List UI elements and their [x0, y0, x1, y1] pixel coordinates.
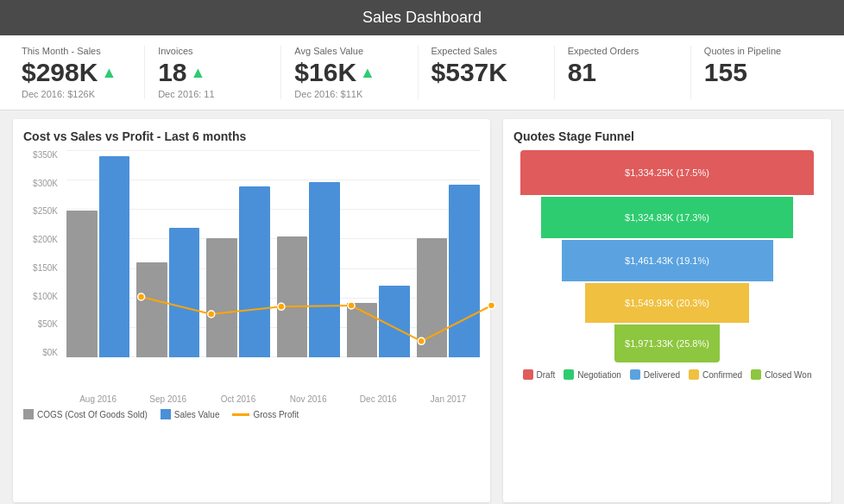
bar-sales — [99, 156, 130, 357]
bar-cogs — [277, 236, 308, 357]
funnel-legend-negotiation: Negotiation — [564, 369, 621, 380]
bar-group — [277, 182, 340, 357]
kpi-expected-sales-label: Expected Sales — [431, 46, 541, 56]
kpi-avg-sales-value: Avg Sales Value$16K▲Dec 2016: $11K — [281, 46, 418, 99]
kpi-avg-sales-value-value: $16K▲ — [294, 58, 404, 87]
invoices-arrow-icon: ▲ — [191, 64, 206, 82]
kpi-invoices-sub: Dec 2016: 11 — [158, 89, 268, 99]
chart-legend-item: COGS (Cost Of Goods Sold) — [23, 409, 148, 419]
x-labels: Aug 2016Sep 2016Oct 2016Nov 2016Dec 2016… — [23, 394, 480, 404]
funnel-legend-color — [751, 369, 761, 380]
x-axis-label: Jan 2017 — [417, 394, 480, 404]
kpi-this-month-sales-sub: Dec 2016: $126K — [22, 89, 131, 99]
chart-legend-item: Sales Value — [161, 409, 220, 419]
bar-group — [417, 185, 480, 357]
legend-label: Sales Value — [174, 410, 220, 419]
main-content: Cost vs Sales vs Profit - Last 6 months … — [0, 110, 844, 504]
x-axis-label: Oct 2016 — [206, 394, 269, 404]
bar-sales — [239, 186, 270, 357]
funnel-legend-color — [630, 369, 640, 380]
x-axis-label: Aug 2016 — [66, 394, 129, 404]
funnel-legend-label: Negotiation — [577, 370, 621, 380]
kpi-bar: This Month - Sales$298K▲Dec 2016: $126KI… — [0, 35, 844, 110]
svg-point-5 — [488, 302, 494, 309]
chart-legend: COGS (Cost Of Goods Sold)Sales ValueGros… — [23, 409, 480, 419]
this-month-sales-arrow-icon: ▲ — [101, 64, 117, 82]
funnel-legend-label: Confirmed — [702, 370, 742, 380]
kpi-expected-orders-label: Expected Orders — [568, 46, 677, 56]
funnel-legend-confirmed: Confirmed — [689, 369, 742, 380]
bar-cogs — [136, 262, 167, 357]
page-title: Sales Dashboard — [362, 9, 482, 26]
legend-line-indicator — [232, 413, 249, 416]
kpi-expected-sales-value: $537K — [431, 58, 541, 87]
kpi-quotes-in-pipeline: Quotes in Pipeline155 — [691, 46, 827, 99]
bar-group — [206, 186, 269, 357]
bar-chart-section: Cost vs Sales vs Profit - Last 6 months … — [13, 119, 490, 502]
bar-cogs — [417, 238, 448, 357]
funnel-segment-closed-won: $1,971.33K (25.8%) — [614, 324, 720, 362]
bar-cogs — [347, 303, 378, 357]
bar-chart-area: $0K$50K$100K$150K$200K$250K$300K$350K — [23, 150, 480, 392]
bar-sales — [379, 286, 410, 357]
funnel-segment-value: $1,971.33K (25.8%) — [625, 338, 709, 349]
avg-sales-value-arrow-icon: ▲ — [360, 64, 375, 82]
bar-chart — [23, 150, 480, 357]
funnel-segment-confirmed: $1,549.93K (20.3%) — [585, 283, 749, 323]
legend-label: COGS (Cost Of Goods Sold) — [37, 410, 148, 419]
funnel-segment-value: $1,334.25K (17.5%) — [625, 167, 709, 178]
legend-color-box — [23, 409, 34, 419]
kpi-invoices-label: Invoices — [158, 46, 268, 56]
bar-chart-title: Cost vs Sales vs Profit - Last 6 months — [23, 129, 480, 143]
funnel-segment-negotiation: $1,324.83K (17.3%) — [541, 197, 793, 238]
funnel-legend-color — [689, 369, 699, 380]
funnel-legend: DraftNegotiationDeliveredConfirmedClosed… — [513, 369, 821, 380]
funnel-segment-draft: $1,334.25K (17.5%) — [520, 150, 814, 195]
funnel-section: Quotes Stage Funnel $1,334.25K (17.5%)$1… — [503, 119, 831, 502]
funnel-segment-value: $1,461.43K (19.1%) — [625, 255, 709, 266]
funnel-legend-delivered: Delivered — [630, 369, 680, 380]
kpi-quotes-in-pipeline-value: 155 — [704, 58, 814, 87]
kpi-this-month-sales-label: This Month - Sales — [22, 46, 131, 56]
bar-group — [136, 228, 199, 357]
funnel-segment-delivered: $1,461.43K (19.1%) — [562, 240, 773, 281]
funnel-segment-value: $1,324.83K (17.3%) — [625, 212, 709, 223]
funnel-legend-color — [564, 369, 574, 380]
x-axis-label: Sep 2016 — [136, 394, 199, 404]
funnel-segment-value: $1,549.93K (20.3%) — [625, 298, 709, 308]
bar-sales — [169, 228, 200, 357]
kpi-invoices: Invoices18▲Dec 2016: 11 — [145, 46, 281, 99]
x-axis-label: Nov 2016 — [277, 394, 340, 404]
kpi-this-month-sales-value: $298K▲ — [22, 58, 131, 87]
kpi-invoices-value: 18▲ — [158, 58, 268, 87]
kpi-expected-sales: Expected Sales$537K — [419, 46, 555, 99]
funnel-legend-label: Closed Won — [765, 370, 811, 380]
kpi-this-month-sales: This Month - Sales$298K▲Dec 2016: $126K — [17, 46, 145, 99]
bar-group — [347, 286, 410, 357]
bar-group — [66, 156, 129, 357]
funnel-title: Quotes Stage Funnel — [513, 129, 821, 143]
funnel-legend-label: Delivered — [644, 370, 680, 380]
header: Sales Dashboard — [0, 0, 844, 35]
kpi-expected-orders: Expected Orders81 — [555, 46, 691, 99]
bar-cogs — [206, 238, 237, 357]
kpi-quotes-in-pipeline-label: Quotes in Pipeline — [704, 46, 814, 56]
kpi-expected-orders-value: 81 — [568, 58, 677, 87]
funnel-container: $1,334.25K (17.5%)$1,324.83K (17.3%)$1,4… — [513, 150, 821, 362]
funnel-legend-color — [523, 369, 533, 380]
funnel-legend-closed-won: Closed Won — [751, 369, 811, 380]
funnel-legend-label: Draft — [537, 370, 556, 380]
funnel-legend-draft: Draft — [523, 369, 556, 380]
chart-legend-item: Gross Profit — [232, 409, 299, 419]
legend-label: Gross Profit — [253, 410, 299, 419]
kpi-avg-sales-value-sub: Dec 2016: $11K — [294, 89, 404, 99]
bar-sales — [309, 182, 340, 357]
legend-color-box — [161, 409, 171, 419]
kpi-avg-sales-value-label: Avg Sales Value — [294, 46, 404, 56]
bar-cogs — [66, 211, 98, 357]
x-axis-label: Dec 2016 — [347, 394, 410, 404]
bar-sales — [449, 185, 480, 357]
